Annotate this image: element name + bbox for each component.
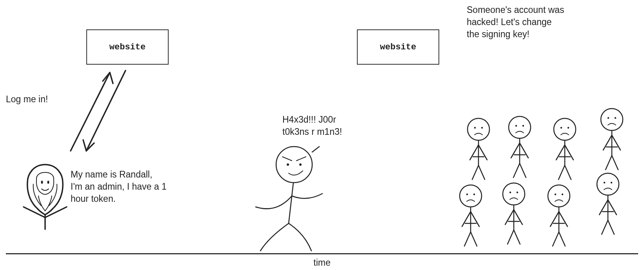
svg-point-12	[299, 163, 302, 166]
crowd-figures-icon	[451, 102, 643, 255]
hacked-caption: Someone's account was hacked! Let's chan…	[467, 4, 631, 40]
svg-point-7	[276, 147, 312, 183]
svg-line-10	[312, 147, 319, 152]
website-box-right-label: website	[380, 42, 416, 52]
timeline-label: time	[313, 257, 330, 268]
user-randall-icon	[16, 161, 75, 239]
svg-point-11	[287, 163, 289, 166]
website-box-right: website	[357, 29, 439, 65]
hacker-caption: H4x3d!!! J00r t0k3ns r m1n3!	[282, 114, 384, 138]
svg-line-9	[297, 157, 306, 161]
svg-point-2	[41, 181, 43, 184]
svg-line-1	[86, 71, 126, 151]
randall-caption: My name is Randall, I'm an admin, I have…	[71, 169, 188, 205]
website-box-left-label: website	[109, 42, 146, 52]
login-caption: Log me in!	[6, 93, 48, 105]
svg-line-8	[282, 157, 292, 161]
svg-point-3	[47, 181, 49, 184]
timeline-axis	[6, 253, 638, 254]
website-box-left: website	[86, 29, 169, 65]
svg-line-13	[289, 183, 293, 223]
hacker-figure-icon	[235, 141, 337, 255]
token-arrow-down-icon	[75, 65, 145, 159]
